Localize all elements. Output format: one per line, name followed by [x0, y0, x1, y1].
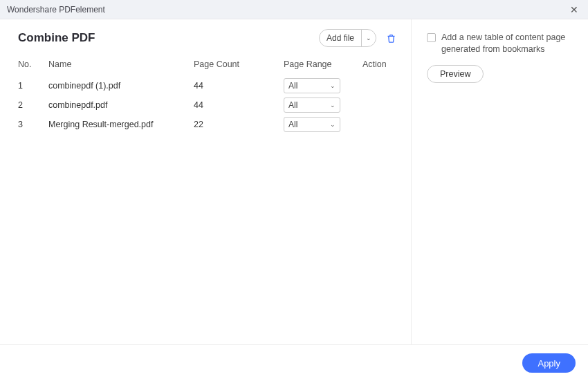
table-header: No. Name Page Count Page Range Action	[18, 59, 411, 69]
cell-page-count: 22	[194, 120, 284, 129]
cell-name: Merging Result-merged.pdf	[48, 120, 194, 129]
apply-label: Apply	[538, 358, 560, 369]
cell-no: 3	[18, 120, 48, 129]
cell-page-count: 44	[194, 81, 284, 91]
trash-icon[interactable]	[385, 32, 397, 44]
page-range-value: All	[288, 100, 297, 110]
col-header-action: Action	[362, 59, 411, 69]
dialog-body: Combine PDF Add file ⌄ No. Name Page Cou…	[0, 19, 588, 344]
cell-no: 2	[18, 100, 48, 110]
apply-button[interactable]: Apply	[522, 353, 576, 373]
preview-label: Preview	[440, 69, 470, 79]
chevron-down-icon: ⌄	[330, 121, 336, 128]
dialog-title: Combine PDF	[18, 31, 95, 45]
chevron-down-icon[interactable]: ⌄	[362, 30, 376, 46]
toc-checkbox-label: Add a new table of content page generate…	[441, 32, 576, 55]
cell-page-count: 44	[194, 100, 284, 110]
col-header-page-count: Page Count	[194, 59, 284, 69]
page-range-select[interactable]: All⌄	[284, 97, 340, 113]
col-header-no: No.	[18, 59, 48, 69]
close-icon[interactable]: ✕	[567, 3, 581, 17]
toc-checkbox[interactable]	[427, 33, 436, 42]
page-range-value: All	[288, 120, 297, 129]
table-row[interactable]: 1combinepdf (1).pdf44All⌄	[18, 76, 411, 95]
add-file-button[interactable]: Add file ⌄	[319, 29, 376, 47]
title-bar: Wondershare PDFelement ✕	[0, 0, 588, 19]
toc-option-row: Add a new table of content page generate…	[427, 32, 576, 55]
add-file-label[interactable]: Add file	[320, 30, 361, 46]
page-range-select[interactable]: All⌄	[284, 117, 340, 132]
chevron-down-icon: ⌄	[330, 102, 336, 109]
right-pane: Add a new table of content page generate…	[412, 19, 588, 344]
cell-name: combinepdf.pdf	[48, 100, 194, 110]
table-row[interactable]: 2combinepdf.pdf44All⌄	[18, 95, 411, 115]
chevron-down-icon: ⌄	[330, 82, 336, 89]
col-header-page-range: Page Range	[284, 59, 362, 69]
page-range-select[interactable]: All⌄	[284, 78, 340, 93]
footer: Apply	[0, 344, 588, 381]
heading-row: Combine PDF Add file ⌄	[18, 29, 411, 47]
table-row[interactable]: 3Merging Result-merged.pdf22All⌄	[18, 115, 411, 134]
preview-button[interactable]: Preview	[427, 65, 484, 83]
page-range-value: All	[288, 81, 297, 91]
app-title: Wondershare PDFelement	[7, 5, 105, 15]
cell-name: combinepdf (1).pdf	[48, 81, 194, 91]
col-header-name: Name	[48, 59, 194, 69]
cell-no: 1	[18, 81, 48, 91]
table-rows: 1combinepdf (1).pdf44All⌄2combinepdf.pdf…	[18, 76, 411, 134]
left-pane: Combine PDF Add file ⌄ No. Name Page Cou…	[0, 19, 412, 344]
